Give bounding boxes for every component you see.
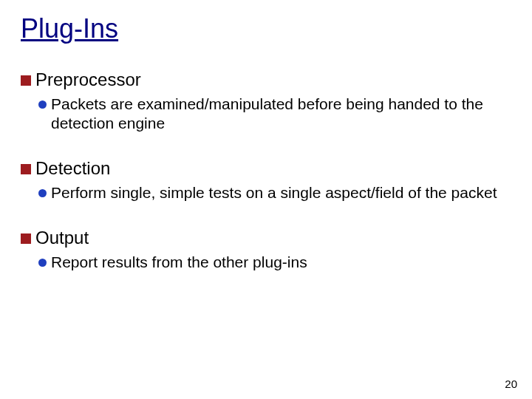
slide-title: Plug-Ins (21, 13, 511, 44)
section-output: Output Report results from the other plu… (21, 228, 511, 272)
section-heading-text: Detection (35, 158, 110, 179)
circle-bullet-icon (38, 189, 47, 197)
section-heading-text: Output (35, 228, 89, 248)
section-heading-text: Preprocessor (35, 69, 141, 90)
circle-bullet-icon (38, 259, 47, 267)
section-item-text: Packets are examined/manipulated before … (51, 95, 511, 134)
slide: Plug-Ins Preprocessor Packets are examin… (0, 0, 532, 399)
square-bullet-icon (21, 75, 31, 86)
section-item-text: Report results from the other plug-ins (51, 253, 511, 272)
section-heading: Detection (21, 158, 511, 179)
section-heading: Preprocessor (21, 69, 511, 90)
section-preprocessor: Preprocessor Packets are examined/manipu… (21, 69, 511, 133)
section-item: Perform single, simple tests on a single… (38, 183, 511, 202)
circle-bullet-icon (38, 100, 47, 109)
section-item: Report results from the other plug-ins (38, 253, 511, 272)
slide-content: Preprocessor Packets are examined/manipu… (21, 49, 511, 272)
section-item: Packets are examined/manipulated before … (38, 95, 511, 134)
section-heading: Output (21, 228, 511, 248)
square-bullet-icon (21, 164, 31, 174)
section-detection: Detection Perform single, simple tests o… (21, 158, 511, 202)
section-item-text: Perform single, simple tests on a single… (51, 183, 511, 202)
square-bullet-icon (21, 233, 31, 244)
page-number: 20 (505, 378, 517, 390)
